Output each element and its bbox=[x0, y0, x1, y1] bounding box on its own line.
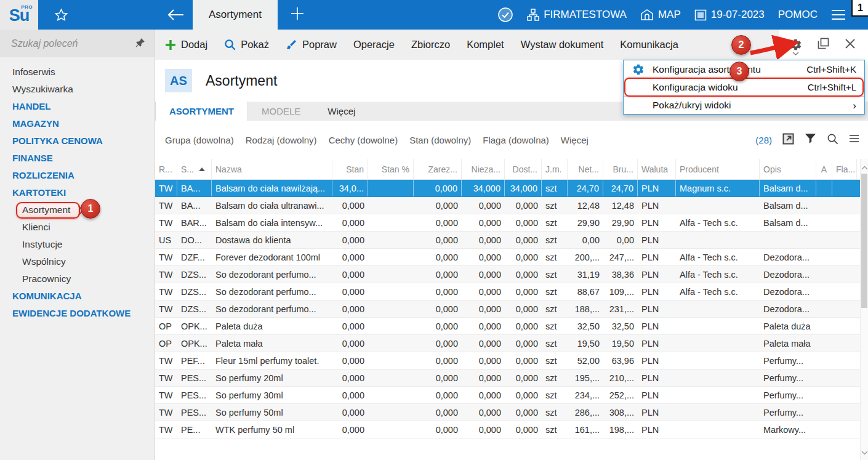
filter-rodzaj-dowolny[interactable]: Rodzaj (dowolny) bbox=[246, 135, 317, 145]
sidebar-item-finanse[interactable]: FINANSE bbox=[0, 150, 155, 167]
table-row[interactable]: TWDZS...So dezodorant perfumo...0,0000,0… bbox=[155, 301, 860, 318]
column-header-nieza[interactable]: Nieza... bbox=[462, 159, 505, 179]
table-header-row: R...S...NazwaStanStan %Zarez...Nieza...D… bbox=[155, 159, 860, 180]
filter-funnel-icon[interactable] bbox=[805, 133, 816, 147]
pin-icon[interactable] bbox=[135, 37, 146, 50]
sidebar-item-ewidencje-dodatkowe[interactable]: EWIDENCJE DODATKOWE bbox=[0, 305, 155, 322]
filter-grupa-dowolna[interactable]: Grupa (dowolna) bbox=[165, 135, 234, 145]
table-row[interactable]: OPOPK...Paleta mała0,0000,0000,0000,000s… bbox=[155, 335, 860, 352]
toolbar-button-dodaj[interactable]: Dodaj bbox=[165, 39, 207, 50]
table-row[interactable]: TWPES...So perfumy 20ml0,0000,0000,0000,… bbox=[155, 369, 860, 387]
cell-stan: 0,000 bbox=[332, 197, 368, 214]
toolbar-button-operacje[interactable]: Operacje bbox=[353, 39, 395, 50]
column-header-stan_pct[interactable]: Stan % bbox=[368, 159, 414, 179]
favorites-star-icon[interactable] bbox=[54, 8, 68, 22]
back-arrow-icon[interactable] bbox=[167, 9, 184, 21]
date-switcher[interactable]: 19-07-2023 bbox=[694, 9, 765, 21]
cell-a bbox=[816, 404, 832, 421]
sidebar-item-asortyment[interactable]: Asortyment1 bbox=[0, 201, 155, 219]
toolbar-button-wystaw-dokument[interactable]: Wystaw dokument bbox=[521, 39, 604, 50]
cell-net: 31,19 bbox=[568, 266, 603, 283]
column-header-nazwa[interactable]: Nazwa bbox=[212, 159, 332, 179]
vertical-scrollbar[interactable] bbox=[860, 159, 868, 460]
column-header-fla[interactable]: Fla... bbox=[832, 159, 857, 179]
command-search[interactable]: Szukaj poleceń bbox=[0, 30, 155, 57]
tab-asortyment[interactable]: ASORTYMENT bbox=[155, 102, 248, 121]
table-row[interactable]: TWDZS...So dezodorant perfumo...0,0000,0… bbox=[155, 266, 860, 283]
toolbar-button-label: Dodaj bbox=[181, 39, 207, 50]
column-header-a[interactable]: A bbox=[816, 159, 832, 179]
open-in-window-icon[interactable] bbox=[782, 133, 794, 147]
toolbar-button-pokaż[interactable]: Pokaż bbox=[224, 39, 269, 50]
toolbar-button-zbiorczo[interactable]: Zbiorczo bbox=[411, 39, 450, 50]
sidebar-item-kartoteki[interactable]: KARTOTEKI bbox=[0, 184, 155, 201]
toolbar-button-komunikacja[interactable]: Komunikacja bbox=[620, 39, 678, 50]
toolbar-button-popraw[interactable]: Popraw bbox=[286, 39, 337, 50]
cell-opis: Dezodora... bbox=[760, 301, 816, 317]
filter-flaga-dowolna[interactable]: Flaga (dowolna) bbox=[483, 135, 549, 145]
cell-nazwa: Paleta duża bbox=[212, 318, 332, 334]
cell-jm: szt bbox=[542, 318, 568, 334]
cell-opis: Balsam d... bbox=[760, 197, 816, 214]
column-header-opis[interactable]: Opis bbox=[760, 159, 816, 179]
company-switcher[interactable]: FIRMATESTOWA bbox=[527, 8, 627, 22]
column-header-zarez[interactable]: Zarez... bbox=[414, 159, 462, 179]
cell-waluta: PLN bbox=[638, 214, 676, 231]
table-row[interactable]: TWPES...So perfumy 30ml0,0000,0000,0000,… bbox=[155, 387, 860, 404]
sidebar-item-magazyn[interactable]: MAGAZYN bbox=[0, 115, 155, 132]
warehouse-switcher[interactable]: MAP bbox=[640, 9, 681, 21]
filter-więcej[interactable]: Więcej bbox=[561, 135, 589, 145]
sidebar-item-klienci[interactable]: Klienci bbox=[0, 219, 155, 236]
column-header-stan[interactable]: Stan bbox=[332, 159, 368, 179]
column-header-net[interactable]: Net... bbox=[568, 159, 603, 179]
detach-window-icon[interactable] bbox=[818, 38, 829, 52]
column-header-bru[interactable]: Bru... bbox=[603, 159, 638, 179]
window-tab-asortyment[interactable]: Asortyment bbox=[193, 0, 278, 30]
sidebar-item-polityka-cenowa[interactable]: POLITYKA CENOWA bbox=[0, 132, 155, 150]
cell-stan_pct bbox=[368, 180, 414, 196]
filter-cechy-dowolne[interactable]: Cechy (dowolne) bbox=[329, 135, 398, 145]
sidebar-item-pracownicy[interactable]: Pracownicy bbox=[0, 270, 155, 288]
scroll-up-icon[interactable] bbox=[861, 161, 868, 172]
table-row[interactable]: TWBA...Balsam do ciała nawilżają...34,0.… bbox=[155, 180, 860, 197]
table-row[interactable]: TWBAR...Balsam do ciała intensyw...0,000… bbox=[155, 214, 860, 232]
column-header-producent[interactable]: Producent bbox=[676, 159, 760, 179]
sidebar-item-rozliczenia[interactable]: ROZLICZENIA bbox=[0, 167, 155, 184]
table-row[interactable]: TWPES...So perfumy 50ml0,0000,0000,0000,… bbox=[155, 404, 860, 421]
status-check-icon[interactable] bbox=[497, 7, 513, 23]
filter-stan-dowolny[interactable]: Stan (dowolny) bbox=[409, 135, 471, 145]
list-options-icon[interactable] bbox=[849, 134, 859, 145]
hamburger-menu-icon[interactable] bbox=[831, 9, 846, 20]
tab-więcej[interactable]: Więcej bbox=[314, 102, 369, 121]
sidebar-item-infoserwis[interactable]: Infoserwis bbox=[0, 63, 155, 81]
new-tab-plus-icon[interactable] bbox=[290, 6, 305, 24]
close-icon[interactable] bbox=[845, 38, 856, 52]
table-row[interactable]: OPOPK...Paleta duża0,0000,0000,0000,000s… bbox=[155, 318, 860, 335]
assortment-table: R...S...NazwaStanStan %Zarez...Nieza...D… bbox=[155, 159, 868, 460]
sidebar-item-handel[interactable]: HANDEL bbox=[0, 98, 155, 115]
sidebar-item-wyszukiwarka[interactable]: Wyszukiwarka bbox=[0, 81, 155, 98]
tab-modele[interactable]: MODELE bbox=[248, 102, 314, 121]
sidebar-item-komunikacja[interactable]: KOMUNIKACJA bbox=[0, 288, 155, 305]
column-header-waluta[interactable]: Waluta bbox=[638, 159, 676, 179]
column-header-s[interactable]: S... bbox=[177, 159, 212, 179]
sidebar-item-instytucje[interactable]: Instytucje bbox=[0, 236, 155, 253]
table-row[interactable]: TWBA...Balsam do ciała ultranawi...0,000… bbox=[155, 197, 860, 214]
scroll-down-icon[interactable] bbox=[861, 446, 868, 458]
table-row[interactable]: TWPEF...Fleur 15ml perfumy toalet.0,0000… bbox=[155, 352, 860, 369]
column-header-dost[interactable]: Dost... bbox=[505, 159, 542, 179]
help-menu[interactable]: POMOC bbox=[778, 9, 818, 21]
cell-dost: 0,000 bbox=[505, 404, 542, 421]
search-list-icon[interactable] bbox=[827, 133, 838, 147]
table-row[interactable]: TWDZF...Forever dezodorant 100ml0,0000,0… bbox=[155, 249, 860, 266]
sidebar-item-wspólnicy[interactable]: Wspólnicy bbox=[0, 253, 155, 270]
column-header-r[interactable]: R... bbox=[155, 159, 177, 179]
table-row[interactable]: USDO...Dostawa do klienta0,0000,0000,000… bbox=[155, 232, 860, 249]
cell-opis: Perfumy... bbox=[760, 369, 816, 386]
table-row[interactable]: TWPE...WTK perfumy 50 ml0,0000,0000,0000… bbox=[155, 421, 860, 438]
toolbar-button-komplet[interactable]: Komplet bbox=[467, 39, 504, 50]
column-header-jm[interactable]: J.m. bbox=[542, 159, 568, 179]
table-row[interactable]: TWDZS...So dezodorant perfumo...0,0000,0… bbox=[155, 283, 860, 301]
menu-item-pokaż-ukryj-widoki[interactable]: Pokaż/ukryj widoki› bbox=[624, 96, 864, 114]
scrollbar-thumb[interactable] bbox=[861, 174, 867, 308]
